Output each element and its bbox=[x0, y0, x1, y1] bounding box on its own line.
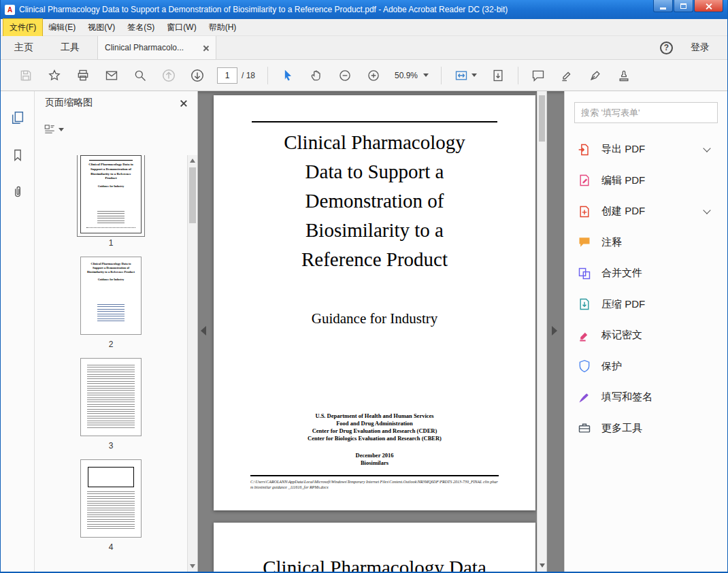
toolbar-separator bbox=[518, 67, 518, 84]
pdf-page-1[interactable]: Clinical Pharmacology Data to Support a … bbox=[214, 95, 535, 510]
tool-comment[interactable]: 注释 bbox=[574, 227, 718, 259]
thumbnails-options-button[interactable] bbox=[44, 123, 64, 135]
thumbnail-page-number: 4 bbox=[109, 542, 114, 552]
mini-text-lines bbox=[87, 491, 135, 531]
tool-label: 填写和签名 bbox=[601, 391, 652, 404]
save-button[interactable] bbox=[12, 64, 40, 87]
menu-window[interactable]: 窗口(W) bbox=[161, 19, 202, 36]
comment-icon bbox=[577, 235, 592, 250]
acrobat-window: A Clinical Pharmacology Data to Support … bbox=[0, 0, 728, 573]
page-number-input[interactable] bbox=[217, 67, 237, 84]
chevron-down-icon[interactable] bbox=[703, 144, 710, 152]
main-toolbar: / 18 50.9% bbox=[1, 60, 727, 91]
scrollbar-thumb[interactable] bbox=[189, 167, 196, 223]
thumbnail-page-1[interactable]: Clinical Pharmacology Data to Support a … bbox=[80, 155, 142, 248]
email-button[interactable] bbox=[97, 64, 126, 87]
comment-button[interactable] bbox=[524, 64, 552, 87]
acrobat-app-icon: A bbox=[5, 5, 15, 15]
zoom-level-value: 50.9% bbox=[395, 71, 418, 80]
thumbnail-page-4[interactable]: 4 bbox=[80, 459, 142, 552]
document-view[interactable]: Clinical Pharmacology Data to Support a … bbox=[198, 91, 564, 572]
scroll-down-icon[interactable] bbox=[190, 564, 195, 568]
scrollbar-thumb[interactable] bbox=[539, 95, 545, 142]
thumbnails-panel-title: 页面缩略图 bbox=[45, 97, 93, 109]
tool-label: 标记密文 bbox=[601, 329, 642, 342]
scroll-down-icon[interactable] bbox=[540, 563, 545, 568]
tool-redact[interactable]: 标记密文 bbox=[574, 320, 718, 351]
scroll-up-icon[interactable] bbox=[190, 159, 195, 163]
stamp-icon bbox=[617, 69, 631, 82]
zoom-in-button[interactable] bbox=[359, 64, 388, 87]
zoom-level-dropdown[interactable]: 50.9% bbox=[388, 66, 435, 85]
fit-width-dropdown[interactable] bbox=[447, 64, 484, 87]
document-tab-label: Clinical Pharmacolo... bbox=[105, 43, 197, 52]
help-icon[interactable]: ? bbox=[660, 42, 673, 54]
tools-search-input[interactable] bbox=[574, 102, 718, 123]
tool-protect[interactable]: 保护 bbox=[574, 351, 718, 382]
search-button[interactable] bbox=[126, 64, 154, 87]
sign-button[interactable] bbox=[581, 64, 610, 87]
tool-combine-files[interactable]: 合并文件 bbox=[574, 258, 718, 289]
arrow-up-circle-icon bbox=[161, 68, 176, 83]
highlighter-icon bbox=[560, 69, 574, 82]
tab-home[interactable]: 主页 bbox=[1, 36, 47, 59]
print-button[interactable] bbox=[69, 64, 97, 87]
comment-bubble-icon bbox=[531, 69, 545, 82]
sign-in-link[interactable]: 登录 bbox=[691, 42, 710, 54]
thumbnail-page-3[interactable]: 3 bbox=[80, 358, 142, 451]
bookmark-icon bbox=[11, 148, 24, 162]
next-page-button[interactable] bbox=[183, 64, 212, 87]
favorites-button[interactable] bbox=[40, 64, 69, 87]
caret-down-icon bbox=[59, 128, 64, 131]
close-button[interactable] bbox=[694, 0, 723, 12]
menu-help[interactable]: 帮助(H) bbox=[203, 19, 243, 36]
panel-close-icon[interactable] bbox=[180, 99, 187, 107]
tool-create-pdf[interactable]: 创建 PDF bbox=[574, 196, 718, 227]
tool-label: 更多工具 bbox=[601, 422, 642, 435]
menu-view[interactable]: 视图(V) bbox=[82, 19, 121, 36]
menu-bar: 文件(F) 编辑(E) 视图(V) 签名(S) 窗口(W) 帮助(H) bbox=[1, 19, 727, 36]
tool-export-pdf[interactable]: 导出 PDF bbox=[574, 134, 718, 165]
plus-circle-icon bbox=[367, 69, 380, 82]
scroll-mode-button[interactable] bbox=[484, 64, 512, 87]
thumbnail-image[interactable] bbox=[80, 358, 142, 436]
thumbnail-image[interactable]: Clinical Pharmacology Data to Support a … bbox=[80, 155, 142, 233]
thumbnail-image[interactable] bbox=[80, 459, 142, 538]
highlight-button[interactable] bbox=[552, 64, 581, 87]
window-title: Clinical Pharmacology Data to Support a … bbox=[19, 5, 643, 14]
minimize-button[interactable] bbox=[653, 0, 673, 12]
attachments-panel-button[interactable] bbox=[11, 185, 24, 201]
tab-close-icon[interactable] bbox=[203, 45, 209, 51]
pdf-page-2[interactable]: Clinical Pharmacology Data bbox=[214, 523, 535, 572]
thumbnails-scrollbar[interactable] bbox=[187, 155, 197, 572]
tab-document[interactable]: Clinical Pharmacolo... bbox=[97, 36, 216, 59]
mini-subtitle: Guidance for Industry bbox=[81, 278, 141, 281]
navigation-rail bbox=[1, 91, 35, 572]
menu-edit[interactable]: 编辑(E) bbox=[42, 19, 82, 36]
tab-tools[interactable]: 工具 bbox=[47, 36, 93, 59]
document-footer-path: C:\Users\CAROLANN\AppData\Local\Microsof… bbox=[250, 480, 499, 490]
thumbnail-image[interactable]: Clinical Pharmacology Data to Support a … bbox=[80, 257, 142, 335]
document-scrollbar[interactable] bbox=[537, 91, 547, 572]
title-bar[interactable]: A Clinical Pharmacology Data to Support … bbox=[1, 0, 727, 19]
maximize-button[interactable] bbox=[674, 0, 693, 12]
page-thumbnails-panel-button[interactable] bbox=[10, 110, 25, 128]
hand-tool-button[interactable] bbox=[302, 64, 331, 87]
collapse-left-panel-icon[interactable] bbox=[201, 326, 206, 335]
tool-compress-pdf[interactable]: 压缩 PDF bbox=[574, 289, 718, 321]
tool-edit-pdf[interactable]: 编辑 PDF bbox=[574, 165, 718, 197]
chevron-down-icon[interactable] bbox=[703, 206, 710, 214]
tool-more-tools[interactable]: 更多工具 bbox=[574, 413, 718, 444]
document-title: Clinical Pharmacology Data to Support a … bbox=[233, 128, 516, 274]
tool-fill-sign[interactable]: 填写和签名 bbox=[574, 382, 718, 413]
collapse-right-panel-icon[interactable] bbox=[552, 326, 557, 335]
zoom-out-button[interactable] bbox=[331, 64, 359, 87]
stamp-button[interactable] bbox=[610, 64, 638, 87]
thumbnail-page-2[interactable]: Clinical Pharmacology Data to Support a … bbox=[80, 257, 142, 349]
menu-sign[interactable]: 签名(S) bbox=[121, 19, 161, 36]
previous-page-button[interactable] bbox=[154, 64, 183, 87]
redact-icon bbox=[577, 328, 592, 343]
menu-file[interactable]: 文件(F) bbox=[3, 19, 42, 36]
bookmarks-panel-button[interactable] bbox=[11, 148, 24, 165]
select-tool-button[interactable] bbox=[274, 64, 302, 87]
